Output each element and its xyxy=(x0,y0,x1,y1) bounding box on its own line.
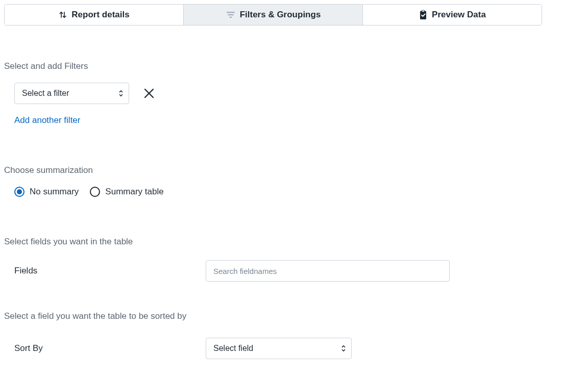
tabs-container: Report details Filters & Groupings Previ… xyxy=(4,4,542,26)
clipboard-check-icon xyxy=(419,10,428,20)
radio-checked-icon xyxy=(14,187,24,197)
sort-section: Select a field you want the table to be … xyxy=(4,311,584,378)
tab-preview-data[interactable]: Preview Data xyxy=(363,5,542,25)
radio-summary-table-label: Summary table xyxy=(105,187,163,197)
fields-heading: Select fields you want in the table xyxy=(4,237,584,247)
search-fieldnames-input[interactable] xyxy=(206,260,450,282)
remove-filter-icon[interactable] xyxy=(143,88,155,99)
filter-select[interactable]: Select a filter xyxy=(14,83,129,104)
radio-no-summary[interactable]: No summary xyxy=(14,187,79,197)
filter-row: Select a filter xyxy=(14,83,584,104)
filters-heading: Select and add Filters xyxy=(4,61,584,71)
fields-section: Select fields you want in the table Fiel… xyxy=(4,237,584,282)
sort-by-select-value: Select field xyxy=(213,344,253,353)
add-another-filter-link[interactable]: Add another filter xyxy=(14,115,584,125)
summarization-heading: Choose summarization xyxy=(4,165,584,175)
fields-label: Fields xyxy=(14,266,206,276)
filters-section: Select and add Filters Select a filter A… xyxy=(4,61,584,125)
sort-by-label: Sort By xyxy=(14,343,206,354)
svg-rect-3 xyxy=(420,11,426,20)
radio-unchecked-icon xyxy=(90,187,100,197)
fields-row: Fields xyxy=(14,260,584,282)
summarization-section: Choose summarization No summary Summary … xyxy=(4,165,584,197)
tab-report-details[interactable]: Report details xyxy=(5,5,184,25)
tab-filters-groupings[interactable]: Filters & Groupings xyxy=(184,5,363,25)
tab-preview-data-label: Preview Data xyxy=(432,10,486,20)
sort-by-select[interactable]: Select field xyxy=(206,338,352,359)
svg-rect-5 xyxy=(422,10,425,11)
filter-icon xyxy=(226,11,236,19)
radio-summary-table[interactable]: Summary table xyxy=(90,187,163,197)
tab-filters-groupings-label: Filters & Groupings xyxy=(240,10,321,20)
radio-no-summary-label: No summary xyxy=(30,187,79,197)
select-arrows-icon xyxy=(341,345,346,352)
tab-report-details-label: Report details xyxy=(71,10,129,20)
sort-by-row: Sort By Select field xyxy=(14,338,584,359)
summarization-radio-group: No summary Summary table xyxy=(14,187,584,197)
filter-select-value: Select a filter xyxy=(22,89,69,98)
sort-arrows-icon xyxy=(58,10,67,19)
select-arrows-icon xyxy=(118,90,124,97)
sort-heading: Select a field you want the table to be … xyxy=(4,311,584,321)
